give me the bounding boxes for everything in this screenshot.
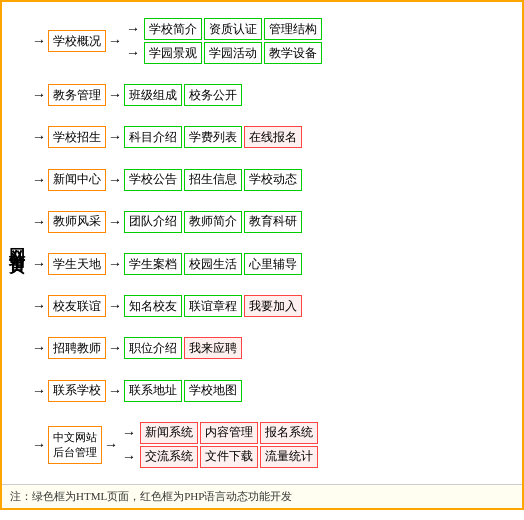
branch-item: 教育科研 <box>244 211 302 233</box>
nav-row-backend: →中文网站后台管理→→新闻系统内容管理报名系统→交流系统文件下载流量统计 <box>30 422 518 468</box>
branch-item: 教师简介 <box>184 211 242 233</box>
nav-row-academic: →教务管理→班级组成校务公开 <box>30 84 518 106</box>
branch-item: 我要加入 <box>244 295 302 317</box>
branch-item: 学园活动 <box>204 42 262 64</box>
level1-box: 校友联谊 <box>48 295 106 317</box>
branch-cells: 知名校友联谊章程我要加入 <box>124 295 302 317</box>
nav-row-contact: →联系学校→联系地址学校地图 <box>30 380 518 402</box>
arrow-icon: → <box>108 172 122 188</box>
nav-row-students: →学生天地→学生案档校园生活心里辅导 <box>30 253 518 275</box>
branch-group: →新闻系统内容管理报名系统→交流系统文件下载流量统计 <box>120 422 318 468</box>
arrow-icon: → <box>32 256 46 272</box>
branch-item: 学园景观 <box>144 42 202 64</box>
branch-item: 学费列表 <box>184 126 242 148</box>
level1-box: 新闻中心 <box>48 169 106 191</box>
branch-item: 心里辅导 <box>244 253 302 275</box>
branch-group: →学校简介资质认证管理结构→学园景观学园活动教学设备 <box>124 18 322 64</box>
arrow-icon: → <box>108 298 122 314</box>
branch-item: 职位介绍 <box>124 337 182 359</box>
nav-row-teachers: →教师风采→团队介绍教师简介教育科研 <box>30 211 518 233</box>
branch-item: 流量统计 <box>260 446 318 468</box>
arrow-icon: → <box>32 87 46 103</box>
branch-item: 科目介绍 <box>124 126 182 148</box>
branch-item: 教学设备 <box>264 42 322 64</box>
level1-box: 教师风采 <box>48 211 106 233</box>
branch-cells: 班级组成校务公开 <box>124 84 242 106</box>
branch-cells: 职位介绍我来应聘 <box>124 337 242 359</box>
nav-row-news: →新闻中心→学校公告招生信息学校动态 <box>30 169 518 191</box>
branch-item: 交流系统 <box>140 446 198 468</box>
branch-item: 联谊章程 <box>184 295 242 317</box>
level1-box: 联系学校 <box>48 380 106 402</box>
level1-box: 招聘教师 <box>48 337 106 359</box>
branch-item: 报名系统 <box>260 422 318 444</box>
branch-item: 新闻系统 <box>140 422 198 444</box>
site-label: 网站首页 <box>2 6 30 480</box>
level1-box: 中文网站后台管理 <box>48 426 102 464</box>
branch-item: 学校动态 <box>244 169 302 191</box>
branch-item: 团队介绍 <box>124 211 182 233</box>
level1-box: 教务管理 <box>48 84 106 106</box>
branch-item: 我来应聘 <box>184 337 242 359</box>
rows-container: →学校概况→→学校简介资质认证管理结构→学园景观学园活动教学设备→教务管理→班级… <box>30 6 522 480</box>
branch-item: 资质认证 <box>204 18 262 40</box>
branch-row: →学园景观学园活动教学设备 <box>124 42 322 64</box>
branch-item: 学生案档 <box>124 253 182 275</box>
arrow-icon: → <box>32 383 46 399</box>
arrow-icon: → <box>126 45 140 61</box>
branch-cells: 学校公告招生信息学校动态 <box>124 169 302 191</box>
arrow-icon: → <box>32 172 46 188</box>
branch-item: 内容管理 <box>200 422 258 444</box>
arrow-icon: → <box>108 214 122 230</box>
arrow-icon: → <box>32 33 46 49</box>
arrow-icon: → <box>108 87 122 103</box>
arrow-icon: → <box>108 129 122 145</box>
branch-cells: 科目介绍学费列表在线报名 <box>124 126 302 148</box>
arrow-icon: → <box>122 449 136 465</box>
main-container: 网站首页 →学校概况→→学校简介资质认证管理结构→学园景观学园活动教学设备→教务… <box>0 0 524 510</box>
branch-cells: 联系地址学校地图 <box>124 380 242 402</box>
arrow-icon: → <box>32 214 46 230</box>
footnote: 注：绿色框为HTML页面，红色框为PHP语言动态功能开发 <box>2 484 522 508</box>
nav-row-school-overview: →学校概况→→学校简介资质认证管理结构→学园景观学园活动教学设备 <box>30 18 518 64</box>
arrow-icon: → <box>32 129 46 145</box>
branch-cells: 学生案档校园生活心里辅导 <box>124 253 302 275</box>
branch-row: →交流系统文件下载流量统计 <box>120 446 318 468</box>
branch-item: 联系地址 <box>124 380 182 402</box>
nav-row-alumni: →校友联谊→知名校友联谊章程我要加入 <box>30 295 518 317</box>
arrow-icon: → <box>108 383 122 399</box>
arrow-icon: → <box>104 437 118 453</box>
branch-row: →新闻系统内容管理报名系统 <box>120 422 318 444</box>
arrow-icon: → <box>32 437 46 453</box>
branch-item: 在线报名 <box>244 126 302 148</box>
branch-item: 班级组成 <box>124 84 182 106</box>
level1-box: 学校概况 <box>48 30 106 52</box>
arrow-icon: → <box>32 340 46 356</box>
branch-item: 文件下载 <box>200 446 258 468</box>
branch-item: 招生信息 <box>184 169 242 191</box>
level1-box: 学生天地 <box>48 253 106 275</box>
arrow-icon: → <box>122 425 136 441</box>
branch-item: 校园生活 <box>184 253 242 275</box>
branch-cells: 团队介绍教师简介教育科研 <box>124 211 302 233</box>
branch-row: →学校简介资质认证管理结构 <box>124 18 322 40</box>
level1-box: 学校招生 <box>48 126 106 148</box>
arrow-icon: → <box>108 340 122 356</box>
branch-item: 管理结构 <box>264 18 322 40</box>
branch-item: 校务公开 <box>184 84 242 106</box>
branch-item: 学校公告 <box>124 169 182 191</box>
arrow-icon: → <box>32 298 46 314</box>
branch-item: 知名校友 <box>124 295 182 317</box>
nav-row-enrollment: →学校招生→科目介绍学费列表在线报名 <box>30 126 518 148</box>
nav-row-recruit: →招聘教师→职位介绍我来应聘 <box>30 337 518 359</box>
branch-item: 学校简介 <box>144 18 202 40</box>
arrow-icon: → <box>108 256 122 272</box>
arrow-icon: → <box>126 21 140 37</box>
branch-item: 学校地图 <box>184 380 242 402</box>
arrow-icon: → <box>108 33 122 49</box>
